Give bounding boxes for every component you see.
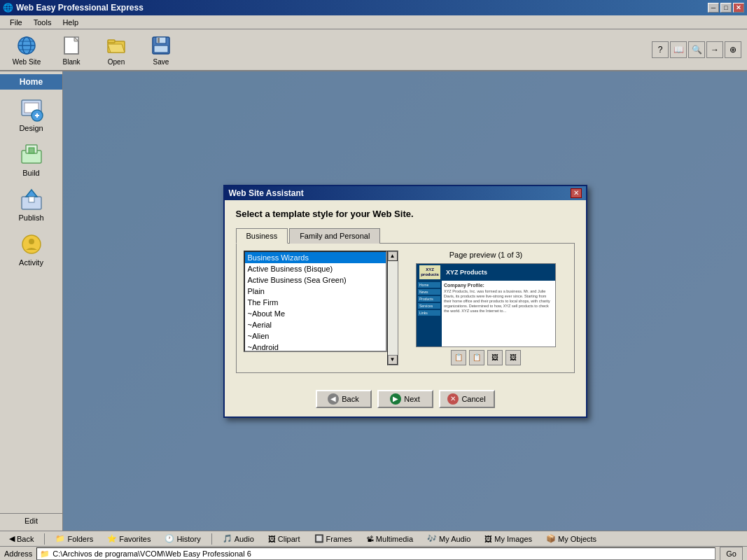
dialog-subtitle: Select a template style for your Web Sit… xyxy=(236,209,575,219)
list-item-0[interactable]: Business Wizards xyxy=(245,252,386,263)
close-button[interactable]: ✕ xyxy=(733,3,744,13)
list-item-5[interactable]: ~About Me xyxy=(245,308,386,319)
toolbar-website-label: Web Site xyxy=(13,58,41,66)
list-item-4[interactable]: The Firm xyxy=(245,297,386,308)
preview-logo: XYZproducts xyxy=(419,265,440,279)
svg-rect-11 xyxy=(158,38,160,43)
dialog-body: Select a template style for your Web Sit… xyxy=(225,200,586,382)
toolbar-extra-button[interactable]: ⊕ xyxy=(725,41,741,58)
my-objects-icon: 📦 xyxy=(546,534,556,543)
sidebar-item-publish[interactable]: Publish xyxy=(7,183,56,225)
my-audio-icon: 🎶 xyxy=(427,534,437,543)
list-scrollbar[interactable]: ▲ ▼ xyxy=(387,251,398,365)
toolbar-save-button[interactable]: Save xyxy=(140,31,182,68)
svg-rect-23 xyxy=(29,197,34,202)
preview-title: XYZ Products xyxy=(446,269,487,276)
address-label: Address xyxy=(4,550,32,558)
fb-history-button[interactable]: 🕐 History xyxy=(160,532,205,546)
menu-help[interactable]: Help xyxy=(57,17,84,28)
title-bar-controls: ─ □ ✕ xyxy=(708,3,744,13)
toolbar-website-button[interactable]: Web Site xyxy=(6,31,48,68)
list-item-6[interactable]: ~Aerial xyxy=(245,319,386,330)
maximize-button[interactable]: □ xyxy=(720,3,732,13)
fb-separator-1 xyxy=(44,533,45,545)
toolbar-search-button[interactable]: 🔍 xyxy=(688,41,705,58)
fb-myimages-tab[interactable]: 🖼 My Images xyxy=(480,532,537,546)
list-item-2[interactable]: Active Business (Sea Green) xyxy=(245,274,386,286)
fb-frames-tab[interactable]: 🔲 Frames xyxy=(309,532,357,546)
my-images-icon: 🖼 xyxy=(484,535,492,543)
fb-multimedia-tab[interactable]: 📽 Multimedia xyxy=(361,532,418,546)
sidebar: Home Design Build xyxy=(0,71,63,531)
menu-file[interactable]: File xyxy=(4,17,28,28)
fb-back-button[interactable]: ◀ Back xyxy=(4,532,39,546)
save-icon xyxy=(150,34,172,57)
menu-bar: File Tools Help xyxy=(0,15,747,29)
go-button[interactable]: Go xyxy=(720,547,743,560)
sidebar-edit[interactable]: Edit xyxy=(0,513,62,528)
back-button[interactable]: ◀ Back xyxy=(316,390,372,408)
sidebar-item-design[interactable]: Design xyxy=(7,94,56,136)
list-item-1[interactable]: Active Business (Bisque) xyxy=(245,263,386,274)
title-bar: 🌐 Web Easy Professional Express ─ □ ✕ xyxy=(0,0,747,15)
toolbar-help-button[interactable]: ? xyxy=(652,41,669,58)
preview-nav-btn-2[interactable]: 📋 xyxy=(469,350,484,365)
back-icon: ◀ xyxy=(328,393,339,405)
toolbar-arrow-button[interactable]: → xyxy=(706,41,723,58)
favorites-icon: ⭐ xyxy=(107,534,117,543)
fb-separator-2 xyxy=(211,533,212,545)
dialog-footer: ◀ Back ▶ Next ✕ Cancel xyxy=(225,382,586,416)
multimedia-icon: 📽 xyxy=(366,535,374,543)
preview-content-body: XYZ Products, Inc. was formed as a busin… xyxy=(444,289,553,314)
publish-icon xyxy=(19,187,44,212)
template-list[interactable]: Business Wizards Active Business (Bisque… xyxy=(244,251,387,352)
preview-box: XYZproducts XYZ Products Home News Produ… xyxy=(416,263,556,347)
tab-family[interactable]: Family and Personal xyxy=(289,228,380,244)
preview-nav-btn-4[interactable]: 🖼 xyxy=(505,350,521,365)
fb-audio-tab[interactable]: 🎵 Audio xyxy=(218,532,259,546)
toolbar-blank-button[interactable]: Blank xyxy=(50,31,92,68)
sidebar-build-label: Build xyxy=(22,169,39,177)
tab-bar: Business Family and Personal xyxy=(236,227,575,243)
app-icon: 🌐 xyxy=(3,3,13,13)
build-icon xyxy=(19,142,44,167)
fb-favorites-button[interactable]: ⭐ Favorites xyxy=(102,532,155,546)
folder-icon: 📁 xyxy=(40,550,50,559)
tab-content: Business Wizards Active Business (Bisque… xyxy=(236,243,575,373)
address-input[interactable] xyxy=(53,550,712,558)
fb-myobjects-tab[interactable]: 📦 My Objects xyxy=(541,532,601,546)
preview-nav-btn-3[interactable]: 🖼 xyxy=(487,350,503,365)
dialog-close-button[interactable]: ✕ xyxy=(571,188,582,198)
sidebar-home[interactable]: Home xyxy=(0,74,62,90)
preview-area: Page preview (1 of 3) XYZproducts XYZ Pr… xyxy=(405,251,567,365)
blank-icon xyxy=(60,34,83,57)
preview-content: Company Profile: XYZ Products, Inc. was … xyxy=(442,281,555,347)
cancel-button[interactable]: ✕ Cancel xyxy=(439,390,495,408)
preview-nav-buttons: 📋 📋 🖼 🖼 xyxy=(451,350,521,365)
svg-rect-20 xyxy=(29,148,34,153)
sidebar-item-build[interactable]: Build xyxy=(7,139,56,181)
list-item-7[interactable]: ~Alien xyxy=(245,330,386,342)
toolbar-bookmark-button[interactable]: 📖 xyxy=(670,41,687,58)
toolbar-open-label: Open xyxy=(108,58,125,66)
cancel-icon: ✕ xyxy=(447,393,459,405)
preview-nav-btn-1[interactable]: 📋 xyxy=(451,350,466,365)
toolbar-open-button[interactable]: Open xyxy=(95,31,137,68)
tab-business[interactable]: Business xyxy=(236,228,288,244)
list-item-3[interactable]: Plain xyxy=(245,286,386,297)
sidebar-item-activity[interactable]: Activity xyxy=(7,228,56,270)
minimize-button[interactable]: ─ xyxy=(708,3,719,13)
preview-label: Page preview (1 of 3) xyxy=(449,251,523,259)
main-area: Home Design Build xyxy=(0,71,747,531)
app-title: Web Easy Professional Express xyxy=(16,3,144,13)
fb-clipart-tab[interactable]: 🖼 Clipart xyxy=(263,532,305,546)
fb-folders-button[interactable]: 📁 Folders xyxy=(50,532,98,546)
preview-nav-links: Links xyxy=(418,310,440,316)
fb-myaudio-tab[interactable]: 🎶 My Audio xyxy=(422,532,475,546)
list-item-8[interactable]: ~Android xyxy=(245,342,386,352)
dialog-title: Web Site Assistant xyxy=(229,188,304,198)
preview-content-area: Home News Products Services Links Compan… xyxy=(417,281,555,347)
next-button[interactable]: ▶ Next xyxy=(377,390,433,408)
menu-tools[interactable]: Tools xyxy=(28,17,57,28)
dialog: Web Site Assistant ✕ Select a template s… xyxy=(223,185,587,418)
